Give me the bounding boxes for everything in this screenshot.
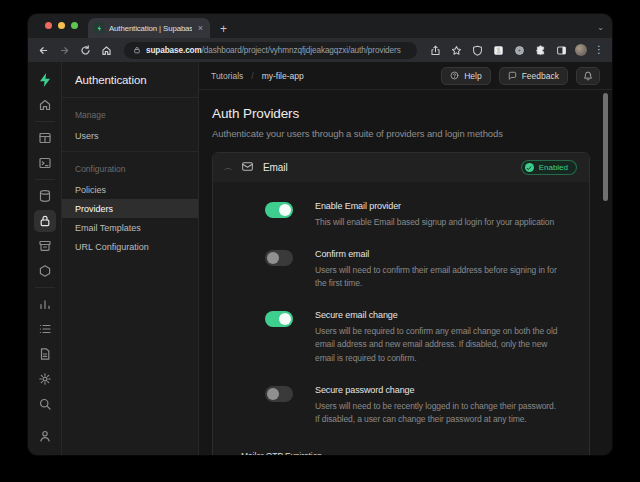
reload-icon[interactable] — [78, 43, 92, 57]
toggle-knob — [279, 204, 291, 216]
close-window-button[interactable] — [45, 22, 52, 29]
rail-divider — [35, 121, 55, 122]
auth-providers-content: Auth Providers Authenticate your users t… — [199, 90, 612, 455]
authentication-sidebar: Authentication Manage Users Configuratio… — [62, 62, 199, 455]
logs-icon[interactable] — [34, 318, 56, 340]
toggle-label: Secure password change — [315, 385, 561, 395]
toggle-row: Enable Email provider This will enable E… — [265, 201, 561, 230]
desktop-background: Authentication | Supabase × + ⌄ supabase… — [0, 0, 640, 482]
tab-close-icon[interactable]: × — [197, 24, 204, 33]
toggle-row: Secure email change Users will be requir… — [265, 310, 561, 366]
toggle-label: Enable Email provider — [315, 201, 561, 211]
menu-kebab-icon[interactable]: ⋮ — [594, 45, 604, 55]
toggle-knob — [267, 388, 279, 400]
reports-icon[interactable] — [34, 293, 56, 315]
provider-name: Email — [263, 162, 512, 173]
profile-icon[interactable] — [34, 425, 56, 447]
sidebar-item-policies[interactable]: Policies — [62, 180, 198, 199]
section-label: Manage — [62, 108, 198, 126]
sidebar-item-url-configuration[interactable]: URL Configuration — [62, 237, 198, 256]
breadcrumb-bar: Tutorials / my-file-app Help Feedback — [199, 62, 612, 90]
help-label: Help — [464, 71, 481, 81]
back-icon[interactable] — [36, 43, 50, 57]
minimize-window-button[interactable] — [58, 22, 65, 29]
notifications-button[interactable] — [576, 67, 600, 85]
table-editor-icon[interactable] — [34, 127, 56, 149]
breadcrumb-project[interactable]: my-file-app — [262, 71, 304, 81]
toggle-knob — [279, 313, 291, 325]
supabase-logo[interactable] — [34, 69, 56, 91]
collapse-chevron-icon[interactable]: ︿ — [224, 163, 234, 173]
forward-icon[interactable] — [57, 43, 71, 57]
auth-lock-icon[interactable] — [34, 210, 56, 232]
sidebar-section-configuration: Configuration Policies Providers Email T… — [62, 152, 198, 262]
address-bar[interactable]: supabase.com/dashboard/project/vyhmnzqfj… — [124, 42, 417, 59]
star-icon[interactable] — [449, 43, 463, 57]
settings-gear-icon[interactable] — [34, 368, 56, 390]
url-text: supabase.com/dashboard/project/vyhmnzqfj… — [146, 46, 401, 55]
scrollbar-thumb[interactable] — [603, 93, 608, 201]
tab-search-chevron-icon[interactable]: ⌄ — [597, 23, 604, 32]
toggle-description: Users will be required to confirm any em… — [315, 325, 561, 366]
profile-avatar[interactable] — [575, 44, 587, 56]
browser-toolbar: supabase.com/dashboard/project/vyhmnzqfj… — [28, 38, 612, 62]
rail-divider — [35, 287, 55, 288]
page-title: Auth Providers — [212, 106, 590, 121]
supabase-app: Authentication Manage Users Configuratio… — [28, 62, 612, 455]
circle-ext-icon[interactable] — [512, 43, 526, 57]
section-label: Configuration — [62, 162, 198, 180]
bell-icon — [583, 71, 593, 81]
toggle-row: Secure password change Users will need t… — [265, 385, 561, 427]
help-circle-icon — [450, 71, 459, 80]
secure-password-change-toggle[interactable] — [265, 386, 293, 402]
secure-email-change-toggle[interactable] — [265, 311, 293, 327]
new-tab-button[interactable]: + — [220, 23, 227, 35]
feedback-label: Feedback — [522, 71, 559, 81]
api-docs-icon[interactable] — [34, 343, 56, 365]
home-icon[interactable] — [99, 43, 113, 57]
email-provider-form: Enable Email provider This will enable E… — [213, 182, 589, 455]
zoom-window-button[interactable] — [71, 22, 78, 29]
toggle-row: Confirm email Users will need to confirm… — [265, 249, 561, 291]
email-provider-header[interactable]: ︿ Email Enabled — [213, 153, 589, 182]
toggle-description: Users will need to be recently logged in… — [315, 400, 561, 427]
extensions-puzzle-icon[interactable] — [533, 43, 547, 57]
home-nav-icon[interactable] — [34, 94, 56, 116]
storage-icon[interactable] — [34, 235, 56, 257]
browser-tab-bar: Authentication | Supabase × + ⌄ — [28, 14, 612, 38]
supabase-favicon — [94, 23, 104, 33]
rail-divider — [35, 179, 55, 180]
confirm-email-toggle[interactable] — [265, 250, 293, 266]
mailer-otp-expiration-label: Mailer OTP Expiration — [241, 451, 561, 455]
database-icon[interactable] — [34, 185, 56, 207]
toggle-label: Secure email change — [315, 310, 561, 320]
window-controls — [45, 22, 78, 29]
browser-tab[interactable]: Authentication | Supabase × — [88, 18, 210, 38]
sidebar-item-providers[interactable]: Providers — [62, 199, 198, 218]
email-icon — [241, 159, 254, 177]
check-circle-icon — [525, 163, 534, 172]
sql-editor-icon[interactable] — [34, 152, 56, 174]
sidebar-title: Authentication — [62, 62, 198, 97]
help-button[interactable]: Help — [441, 67, 490, 85]
main-panel: Tutorials / my-file-app Help Feedback — [199, 62, 612, 455]
side-panel-icon[interactable] — [554, 43, 568, 57]
breadcrumb-separator: / — [251, 71, 253, 81]
enable-email-provider-toggle[interactable] — [265, 202, 293, 218]
page-subtitle: Authenticate your users through a suite … — [212, 128, 590, 139]
chat-bubble-icon — [508, 71, 517, 80]
toggle-knob — [267, 252, 279, 264]
feedback-button[interactable]: Feedback — [499, 67, 568, 85]
edge-functions-icon[interactable] — [34, 260, 56, 282]
password-ext-icon[interactable]: 1 — [491, 43, 505, 57]
enabled-badge-label: Enabled — [539, 163, 568, 172]
search-icon[interactable] — [34, 393, 56, 415]
adblock-shield-icon[interactable] — [470, 43, 484, 57]
breadcrumb-org[interactable]: Tutorials — [211, 71, 243, 81]
toggle-description: This will enable Email based signup and … — [315, 216, 561, 230]
toggle-label: Confirm email — [315, 249, 561, 259]
sidebar-item-email-templates[interactable]: Email Templates — [62, 218, 198, 237]
url-domain: supabase.com — [146, 46, 202, 55]
sidebar-item-users[interactable]: Users — [62, 126, 198, 145]
share-icon[interactable] — [428, 43, 442, 57]
